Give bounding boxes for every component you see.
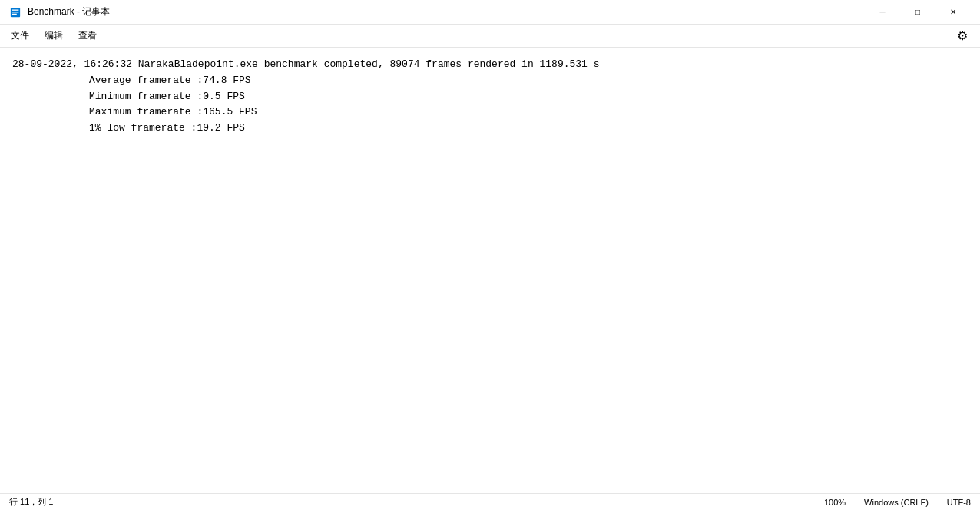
zoom-level[interactable]: 100% (824, 498, 846, 507)
benchmark-summary-line: 28-09-2022, 16:26:32 NarakaBladepoint.ex… (12, 57, 968, 73)
min-label: Minimum framerate : (12, 89, 203, 105)
menu-view[interactable]: 查看 (71, 26, 104, 45)
svg-rect-3 (12, 13, 17, 14)
cursor-position: 行 11，列 1 (9, 496, 53, 508)
avg-value: 74.8 FPS (203, 73, 250, 89)
low-value: 19.2 FPS (197, 121, 244, 137)
minimize-button[interactable]: ─ (865, 0, 900, 25)
max-framerate-line: Maximum framerate : 165.5 FPS (12, 104, 968, 121)
titlebar: Benchmark - 记事本 ─ □ ✕ (0, 0, 980, 25)
encoding[interactable]: UTF-8 (947, 498, 971, 507)
text-editor-content[interactable]: 28-09-2022, 16:26:32 NarakaBladepoint.ex… (0, 48, 980, 146)
menubar: 文件 编辑 查看 ⚙ (0, 25, 980, 48)
low-framerate-line: 1% low framerate : 19.2 FPS (12, 121, 968, 137)
avg-label: Average framerate : (12, 73, 203, 89)
app-icon (9, 6, 22, 18)
statusbar: 行 11，列 1 100% Windows (CRLF) UTF-8 (0, 493, 980, 510)
svg-rect-2 (12, 12, 19, 12)
low-label: 1% low framerate : (12, 121, 197, 137)
menu-file[interactable]: 文件 (3, 26, 37, 45)
min-value: 0.5 FPS (203, 89, 245, 105)
window-title: Benchmark - 记事本 (28, 5, 865, 18)
settings-icon[interactable]: ⚙ (951, 25, 974, 46)
avg-framerate-line: Average framerate : 74.8 FPS (12, 73, 968, 89)
statusbar-right: 100% Windows (CRLF) UTF-8 (824, 498, 971, 507)
line-ending[interactable]: Windows (CRLF) (864, 498, 929, 507)
max-value: 165.5 FPS (203, 104, 257, 121)
min-framerate-line: Minimum framerate : 0.5 FPS (12, 89, 968, 105)
max-label: Maximum framerate : (12, 104, 203, 121)
close-button[interactable]: ✕ (935, 0, 971, 25)
maximize-button[interactable]: □ (900, 0, 935, 25)
window-controls: ─ □ ✕ (865, 0, 971, 25)
svg-rect-1 (12, 9, 19, 10)
menu-edit[interactable]: 编辑 (37, 26, 71, 45)
